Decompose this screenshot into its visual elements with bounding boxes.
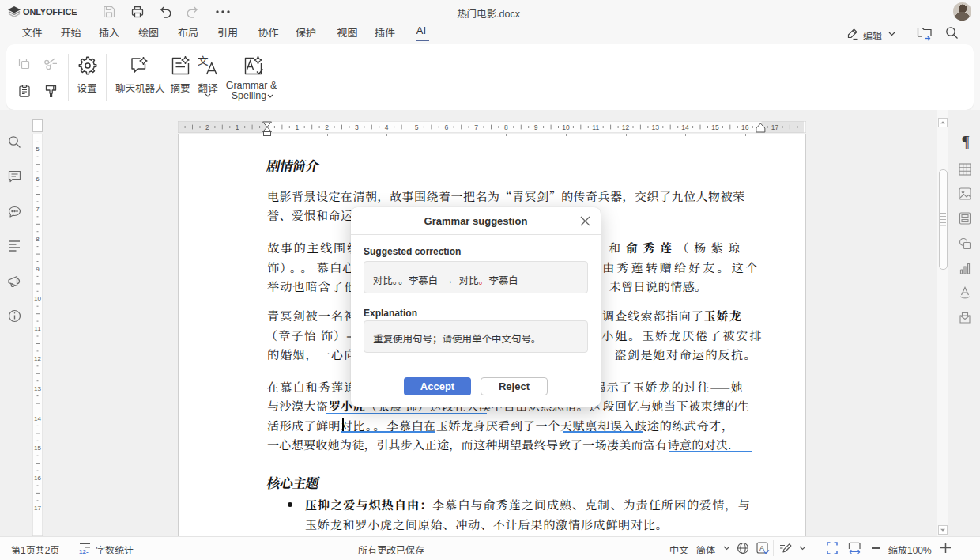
svg-text:11: 11 (34, 325, 41, 332)
svg-text:15: 15 (34, 445, 41, 452)
svg-text:12: 12 (34, 355, 41, 362)
svg-text:16: 16 (741, 123, 749, 131)
svg-text:12: 12 (622, 123, 630, 131)
svg-text:A: A (760, 544, 764, 552)
svg-text:13: 13 (34, 385, 41, 392)
svg-text:16: 16 (34, 475, 41, 482)
svg-text:6: 6 (36, 176, 40, 183)
svg-text:11: 11 (592, 123, 599, 131)
svg-text:10: 10 (562, 123, 570, 131)
svg-text:17: 17 (34, 505, 41, 512)
svg-text:文: 文 (198, 55, 209, 68)
svg-text:17: 17 (771, 123, 779, 131)
svg-text:7: 7 (474, 123, 478, 131)
svg-text:3: 3 (355, 123, 359, 131)
svg-text:9: 9 (36, 266, 40, 273)
svg-text:1: 1 (236, 123, 239, 131)
svg-text:12-: 12- (79, 548, 89, 554)
svg-text:2: 2 (205, 123, 209, 131)
svg-text:13: 13 (652, 123, 660, 131)
svg-text:14: 14 (34, 415, 41, 422)
svg-text:6: 6 (444, 123, 448, 131)
svg-text:1: 1 (295, 123, 299, 131)
svg-text:2: 2 (325, 123, 329, 131)
svg-text:10: 10 (34, 295, 41, 302)
svg-text:15: 15 (711, 123, 719, 131)
svg-text:7: 7 (36, 206, 40, 213)
svg-text:9: 9 (534, 123, 538, 131)
svg-text:8: 8 (504, 123, 508, 131)
svg-text:4: 4 (385, 123, 389, 131)
svg-text:14: 14 (681, 123, 689, 131)
svg-text:8: 8 (36, 236, 40, 243)
svg-text:5: 5 (415, 123, 419, 131)
svg-text:5: 5 (36, 146, 40, 153)
